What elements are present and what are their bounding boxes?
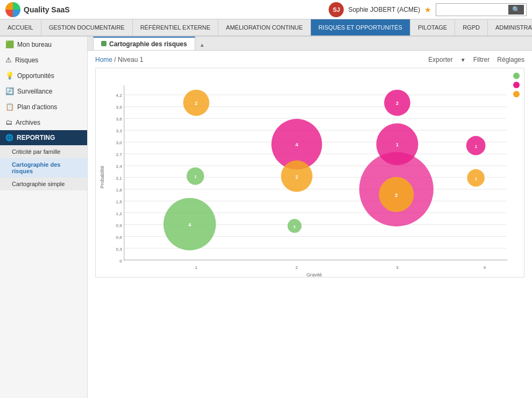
svg-text:0,9: 0,9 <box>116 223 122 228</box>
svg-text:1: 1 <box>396 142 399 147</box>
svg-text:2: 2 <box>396 101 399 106</box>
nav-item-pilotage[interactable]: PILOTAGE <box>410 19 455 35</box>
sidebar-item-mon-bureau[interactable]: 🟩Mon bureau <box>0 37 87 52</box>
legend-pink <box>513 82 520 88</box>
svg-text:4,2: 4,2 <box>116 93 122 98</box>
sidebar-icon-3: 🔄 <box>5 87 14 95</box>
sidebar-label-5: Archives <box>16 119 40 126</box>
nav-item-accueil[interactable]: ACCUEIL <box>0 19 41 35</box>
svg-text:1: 1 <box>293 224 296 229</box>
legend-green <box>513 73 520 79</box>
svg-text:3,6: 3,6 <box>116 117 122 122</box>
x-axis: 1 2 3 4 <box>195 265 486 270</box>
svg-text:3,3: 3,3 <box>116 129 122 133</box>
svg-text:3: 3 <box>396 265 399 270</box>
user-area: SJ Sophie JOBERT (ACME) ★ 🔍 <box>329 2 527 17</box>
tab-cartographie-des-risques[interactable]: Cartographie des risques <box>93 37 195 50</box>
main-layout: 🟩Mon bureau⚠Risques💡Opportunités🔄Surveil… <box>0 37 532 398</box>
svg-text:1,2: 1,2 <box>116 211 122 216</box>
nav-item-gestion-documentaire[interactable]: GESTION DOCUMENTAIRE <box>41 19 133 35</box>
breadcrumb: Home / Niveau 1 <box>95 56 143 63</box>
legend-orange <box>513 91 520 97</box>
reporting-icon: 🌐 <box>5 134 13 141</box>
svg-text:2: 2 <box>295 174 298 180</box>
breadcrumb-level: Niveau 1 <box>118 56 143 63</box>
sidebar-icon-1: ⚠ <box>5 56 12 64</box>
tab-collapse-icon[interactable]: ▲ <box>196 40 208 50</box>
sidebar-sub-item-0[interactable]: Criticité par famille <box>0 145 87 158</box>
nav-item-référentiel-externe[interactable]: RÉFÉRENTIEL EXTERNE <box>133 19 218 35</box>
svg-text:2,4: 2,4 <box>116 164 122 169</box>
sidebar-label-4: Plan d'actions <box>17 103 57 111</box>
filter-button[interactable]: Filtrer <box>473 56 490 63</box>
export-chevron: ▼ <box>460 57 466 63</box>
export-button[interactable]: Exporter <box>428 56 452 63</box>
sidebar-item-plan-d'actions[interactable]: 📋Plan d'actions <box>0 99 87 115</box>
toolbar: Exporter ▼ Filtrer Réglages <box>428 56 524 63</box>
svg-text:0: 0 <box>119 259 122 264</box>
svg-text:Gravité: Gravité <box>307 272 322 277</box>
svg-text:Probabilité: Probabilité <box>100 166 105 188</box>
svg-text:2,7: 2,7 <box>116 152 122 157</box>
svg-text:2: 2 <box>295 265 298 270</box>
svg-text:4: 4 <box>188 222 191 228</box>
svg-text:0,3: 0,3 <box>116 247 122 252</box>
sidebar-main-section: 🟩Mon bureau⚠Risques💡Opportunités🔄Surveil… <box>0 37 87 130</box>
chart-legend <box>513 73 520 97</box>
svg-text:2: 2 <box>395 192 398 198</box>
logo-icon <box>5 2 20 17</box>
svg-text:1: 1 <box>194 174 197 179</box>
sidebar-sub-item-1[interactable]: Cartographie des risques <box>0 158 87 177</box>
svg-text:1: 1 <box>474 176 477 181</box>
search-button[interactable]: 🔍 <box>508 5 524 15</box>
svg-text:1,5: 1,5 <box>116 200 122 204</box>
svg-text:4: 4 <box>484 265 486 270</box>
sidebar-reporting-header: 🌐 REPORTING <box>0 130 87 145</box>
settings-button[interactable]: Réglages <box>497 56 524 63</box>
sidebar-label-2: Opportunités <box>17 72 54 80</box>
search-box: 🔍 <box>436 3 527 16</box>
breadcrumb-home[interactable]: Home <box>95 56 112 63</box>
nav-item-administration[interactable]: ADMINISTRATION <box>488 19 532 35</box>
sidebar-item-archives[interactable]: 🗂Archives <box>0 115 87 130</box>
svg-text:1: 1 <box>474 144 477 149</box>
username: Sophie JOBERT (ACME) <box>348 6 420 13</box>
tab-label: Cartographie des risques <box>109 40 187 48</box>
content-area: Cartographie des risques ▲ Home / Niveau… <box>88 37 532 398</box>
svg-text:4: 4 <box>295 141 299 147</box>
page-content: Home / Niveau 1 Exporter ▼ Filtrer Régla… <box>88 51 532 398</box>
chart-container: 0 0,3 0,6 0,9 1,2 1,5 1,8 <box>95 68 524 278</box>
page-header: Home / Niveau 1 Exporter ▼ Filtrer Régla… <box>95 56 524 63</box>
svg-text:2: 2 <box>195 101 197 106</box>
svg-text:3,0: 3,0 <box>116 140 122 145</box>
sidebar-item-surveillance[interactable]: 🔄Surveillance <box>0 83 87 99</box>
tab-dot <box>101 41 107 46</box>
sidebar-icon-2: 💡 <box>5 72 14 80</box>
sidebar-item-opportunités[interactable]: 💡Opportunités <box>0 68 87 83</box>
sidebar-icon-0: 🟩 <box>5 40 14 48</box>
svg-text:0,6: 0,6 <box>116 235 122 240</box>
search-input[interactable] <box>438 6 508 13</box>
nav-item-amélioration-continue[interactable]: AMÉLIORATION CONTINUE <box>218 19 311 35</box>
app-title: Quality SaaS <box>24 5 70 14</box>
navbar: ACCUEILGESTION DOCUMENTAIRERÉFÉRENTIEL E… <box>0 19 532 37</box>
avatar: SJ <box>329 2 344 17</box>
sidebar-icon-5: 🗂 <box>5 118 12 126</box>
topbar: Quality SaaS SJ Sophie JOBERT (ACME) ★ 🔍 <box>0 0 532 19</box>
nav-item-rgpd[interactable]: RGPD <box>455 19 488 35</box>
reporting-label: REPORTING <box>17 134 55 141</box>
sidebar-label-1: Risques <box>15 56 38 64</box>
svg-text:2,1: 2,1 <box>116 176 122 181</box>
sidebar-item-risques[interactable]: ⚠Risques <box>0 52 87 68</box>
svg-text:1: 1 <box>195 265 198 270</box>
bubble-chart: 0 0,3 0,6 0,9 1,2 1,5 1,8 <box>96 68 524 277</box>
sidebar-label-0: Mon bureau <box>17 41 52 48</box>
star-icon[interactable]: ★ <box>424 5 431 14</box>
sidebar-icon-4: 📋 <box>5 103 14 111</box>
sidebar: 🟩Mon bureau⚠Risques💡Opportunités🔄Surveil… <box>0 37 88 398</box>
svg-text:3,9: 3,9 <box>116 105 122 110</box>
nav-item-risques-et-opportunités[interactable]: RISQUES ET OPPORTUNITÉS <box>311 19 410 35</box>
sidebar-sub-item-2[interactable]: Cartographie simple <box>0 177 87 190</box>
sidebar-sub-menu: Criticité par familleCartographie des ri… <box>0 145 87 190</box>
sidebar-label-3: Surveillance <box>17 88 52 95</box>
